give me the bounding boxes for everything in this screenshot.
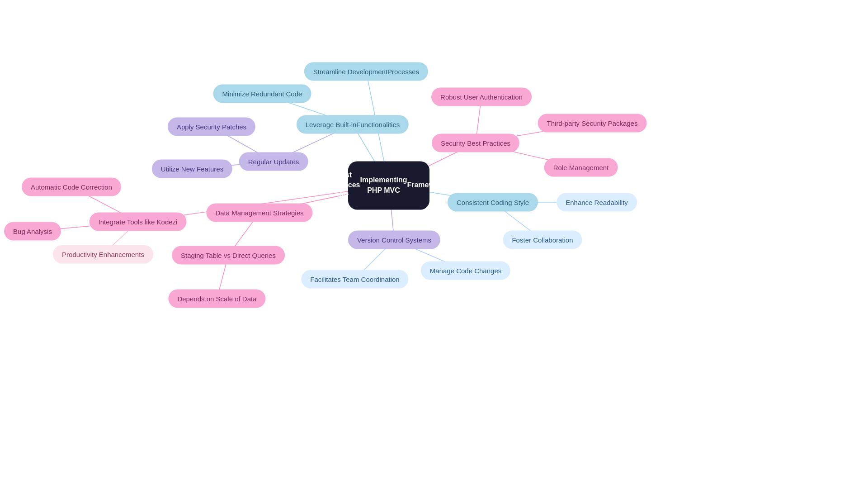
node-integrate-tools[interactable]: Integrate Tools like Kodezi [90, 213, 187, 231]
node-regular-updates[interactable]: Regular Updates [239, 152, 308, 171]
node-auto-code[interactable]: Automatic Code Correction [22, 178, 121, 196]
node-security-best[interactable]: Security Best Practices [432, 134, 519, 152]
mindmap-container: Best Practices forImplementing PHP MVCFr… [0, 0, 868, 490]
node-productivity[interactable]: Productivity Enhancements [53, 245, 153, 264]
node-center[interactable]: Best Practices forImplementing PHP MVCFr… [348, 161, 429, 209]
node-facilitates[interactable]: Facilitates Team Coordination [301, 270, 408, 289]
node-foster-collab[interactable]: Foster Collaboration [503, 231, 582, 249]
node-version-control[interactable]: Version Control Systems [348, 231, 440, 249]
node-data-mgmt[interactable]: Data Management Strategies [206, 204, 312, 222]
node-staging-table[interactable]: Staging Table vs Direct Queries [172, 246, 285, 265]
node-manage-changes[interactable]: Manage Code Changes [421, 262, 510, 280]
node-bug-analysis[interactable]: Bug Analysis [4, 222, 61, 241]
node-third-party[interactable]: Third-party Security Packages [538, 114, 647, 133]
node-robust-auth[interactable]: Robust User Authentication [431, 88, 532, 106]
node-depends-scale[interactable]: Depends on Scale of Data [168, 290, 265, 308]
node-leverage[interactable]: Leverage Built-inFunctionalities [297, 115, 409, 134]
node-enhance-read[interactable]: Enhance Readability [557, 193, 637, 212]
node-apply-security[interactable]: Apply Security Patches [168, 118, 255, 136]
node-consistent-coding[interactable]: Consistent Coding Style [448, 193, 538, 212]
node-streamline[interactable]: Streamline DevelopmentProcesses [304, 62, 428, 81]
node-role-mgmt[interactable]: Role Management [544, 158, 618, 177]
node-minimize[interactable]: Minimize Redundant Code [213, 85, 311, 103]
node-utilize-new[interactable]: Utilize New Features [152, 160, 232, 178]
